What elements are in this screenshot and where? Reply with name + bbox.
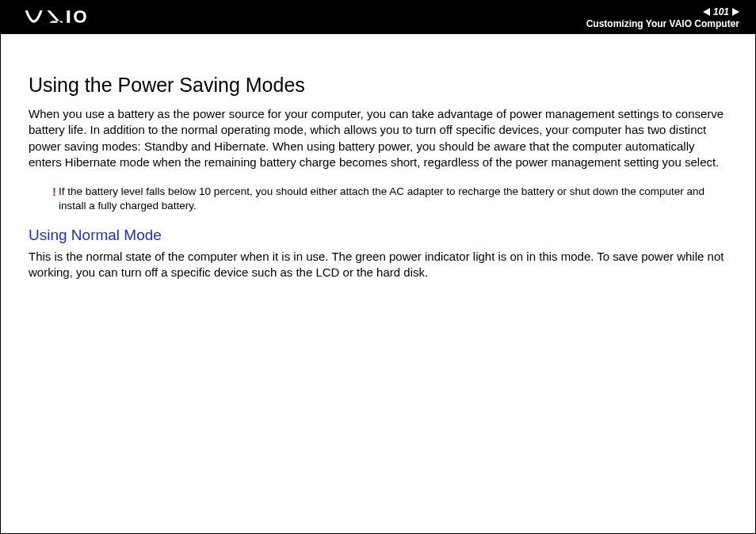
sub-heading-normal-mode: Using Normal Mode: [29, 227, 727, 244]
prev-page-icon[interactable]: [703, 8, 710, 16]
section-title: Customizing Your VAIO Computer: [586, 18, 739, 29]
page-number: 101: [713, 6, 729, 17]
next-page-icon[interactable]: [732, 8, 739, 16]
warning-icon: !: [52, 185, 56, 212]
warning-text: If the battery level falls below 10 perc…: [59, 185, 727, 212]
main-heading: Using the Power Saving Modes: [29, 74, 727, 97]
vaio-logo-svg: [17, 9, 104, 25]
svg-rect-0: [67, 10, 70, 23]
page-navigation: 101: [703, 6, 739, 17]
page-content: Using the Power Saving Modes When you us…: [1, 34, 755, 311]
header-right: 101 Customizing Your VAIO Computer: [586, 6, 739, 29]
normal-mode-paragraph: This is the normal state of the computer…: [29, 249, 727, 281]
intro-paragraph: When you use a battery as the power sour…: [29, 106, 727, 170]
warning-note: ! If the battery level falls below 10 pe…: [52, 185, 727, 212]
header-bar: 101 Customizing Your VAIO Computer: [1, 1, 755, 34]
vaio-logo: [17, 5, 104, 30]
